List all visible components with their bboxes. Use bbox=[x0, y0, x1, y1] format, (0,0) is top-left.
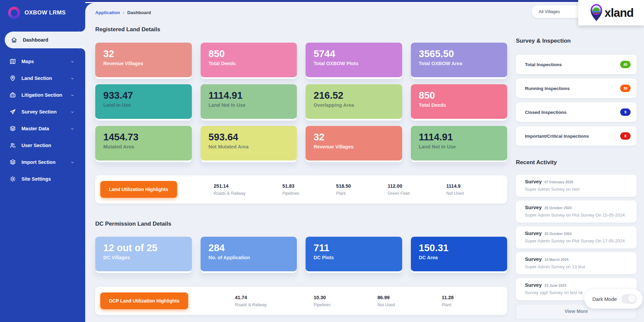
stat-label: Land Not In Use bbox=[419, 144, 499, 149]
inspection-item-closed[interactable]: Closed Inspections 9 bbox=[516, 102, 637, 122]
dark-mode-label: Dark Mode bbox=[592, 296, 617, 302]
village-filter-value: All Villages bbox=[539, 9, 560, 14]
stat-card-revenue-villages-2[interactable]: 32 Revenue Villages bbox=[306, 126, 402, 160]
sidebar-item-site-settings[interactable]: Site Settings bbox=[0, 171, 85, 187]
stat-label: Total Deeds bbox=[209, 61, 289, 66]
stat-value: 711 bbox=[314, 242, 394, 254]
sidebar-item-master-data[interactable]: Master Data bbox=[0, 121, 85, 136]
stat-label: Revenue Villages bbox=[314, 144, 394, 149]
activity-item[interactable]: Survey 07 February 2025 Super Admin Surv… bbox=[516, 175, 637, 197]
stat-value: 850 bbox=[209, 48, 289, 59]
util-stat-value: 41.74 bbox=[235, 295, 267, 300]
stat-card-revenue-villages[interactable]: 32 Revenue Villages bbox=[95, 43, 192, 77]
stat-card-land-not-in-use[interactable]: 1114.91 Land Not In Use bbox=[201, 84, 297, 119]
stat-card-land-in-use[interactable]: 933.47 Land In Use bbox=[95, 84, 192, 119]
stat-value: 1114.91 bbox=[209, 90, 289, 101]
stat-label: DC Villages bbox=[103, 255, 184, 260]
sidebar-item-maps[interactable]: Maps bbox=[0, 54, 85, 69]
stat-value: 284 bbox=[209, 242, 289, 254]
survey-inspection-title: Survey & Inspection bbox=[516, 38, 637, 44]
util-stat-roads-railway: 41.74 Roads & Railway bbox=[235, 295, 267, 307]
oxland-logo-text: xland bbox=[604, 6, 633, 19]
map-icon bbox=[9, 58, 16, 65]
activity-item[interactable]: Survey 25 October 2024 Super Admin Surve… bbox=[516, 200, 637, 223]
sidebar-item-label: User Section bbox=[21, 143, 51, 148]
stat-value: 12 out of 25 bbox=[103, 242, 184, 254]
layers-icon bbox=[9, 125, 16, 132]
chevron-down-icon bbox=[70, 93, 74, 98]
activity-item[interactable]: Survey 14 March 2024 Super Admin Survey … bbox=[516, 252, 637, 274]
activity-date: 25 October 2024 bbox=[544, 206, 572, 210]
util-stat-label: Pipelines bbox=[282, 191, 300, 196]
briefcase-icon bbox=[9, 91, 16, 99]
activity-type: Survey bbox=[525, 179, 542, 184]
inspection-label: Important/Critical Inspections bbox=[525, 134, 589, 139]
sidebar-item-dashboard[interactable]: Dashboard bbox=[5, 32, 85, 48]
stat-card-overlapping-area[interactable]: 216.52 Overlapping Area bbox=[306, 84, 402, 119]
dc-card-grid: 12 out of 25 DC Villages 284 No. of Appl… bbox=[95, 237, 507, 271]
util-stat-label: Roads & Railway bbox=[235, 303, 267, 307]
sidebar-item-label: Site Settings bbox=[21, 176, 51, 182]
stat-card-dc-plots[interactable]: 711 DC Plots bbox=[306, 237, 402, 271]
breadcrumb-application[interactable]: Application bbox=[95, 10, 120, 15]
util-stat-value: 518.50 bbox=[336, 183, 351, 189]
stat-card-mutated-area[interactable]: 1454.73 Mutated Area bbox=[95, 126, 192, 160]
stat-card-total-oxbow-plots[interactable]: 5744 Total OXBOW Plots bbox=[306, 43, 402, 77]
activity-item[interactable]: Survey 25 October 2024 Super Admin Surve… bbox=[516, 226, 637, 248]
stat-label: Total OXBOW Area bbox=[419, 61, 499, 66]
util-stat-pipelines: 51.83 Pipelines bbox=[282, 183, 300, 196]
inspection-item-critical[interactable]: Important/Critical Inspections 0 bbox=[516, 126, 637, 146]
land-utilization-bar: Land Utilization Highlights 251.14 Roads… bbox=[95, 175, 507, 203]
land-utilization-highlights-button[interactable]: Land Utilization Highlights bbox=[100, 181, 177, 198]
util-stat-value: 51.83 bbox=[282, 183, 300, 189]
sidebar-item-litigation-section[interactable]: Litigation Section bbox=[0, 87, 85, 103]
util-stat-value: 86.99 bbox=[377, 295, 395, 300]
stat-card-total-deeds-2[interactable]: 850 Total Deeds bbox=[411, 84, 507, 119]
oxland-logo: xland bbox=[578, 0, 644, 26]
inspection-item-running[interactable]: Running Inspections 36 bbox=[516, 79, 637, 98]
activity-desc: Super Admin Survey on Plot Survey On 15-… bbox=[525, 213, 631, 218]
sidebar-item-land-section[interactable]: Land Section bbox=[0, 71, 85, 86]
oxbow-logo-icon bbox=[8, 7, 20, 19]
stat-value: 3565.50 bbox=[419, 48, 499, 59]
activity-date: 14 March 2024 bbox=[544, 258, 569, 262]
dark-mode-toggle[interactable] bbox=[621, 294, 637, 304]
util-stat-label: Green Field bbox=[388, 191, 410, 196]
stat-card-not-mutated-area[interactable]: 593.64 Not Mutated Area bbox=[201, 126, 297, 160]
util-stat-label: Not Used bbox=[446, 191, 464, 196]
inspection-list: Total Inspections 45 Running Inspections… bbox=[516, 55, 637, 146]
stat-card-land-not-in-use-2[interactable]: 1114.91 Land Not In Use bbox=[411, 126, 507, 160]
util-stat-pipelines: 10.30 Pipelines bbox=[314, 295, 331, 307]
breadcrumb-separator: › bbox=[123, 10, 124, 15]
activity-list: Survey 07 February 2025 Super Admin Surv… bbox=[516, 175, 637, 300]
inspection-label: Running Inspections bbox=[525, 86, 570, 91]
dcp-land-utilization-highlights-button[interactable]: DCP Land Utilization Highlights bbox=[100, 292, 188, 309]
activity-desc: Super Admin Survey on rtert bbox=[525, 187, 631, 192]
chevron-down-icon bbox=[70, 110, 74, 115]
util-stat-roads-railway: 251.14 Roads & Railway bbox=[214, 183, 246, 196]
sidebar-item-import-section[interactable]: Import Section bbox=[0, 154, 85, 170]
stat-label: DC Plots bbox=[314, 255, 394, 260]
gear-icon bbox=[9, 175, 16, 183]
stat-value: 32 bbox=[103, 48, 184, 59]
inspection-item-total[interactable]: Total Inspections 45 bbox=[516, 55, 637, 74]
stat-card-dc-area[interactable]: 150.31 DC Area bbox=[411, 237, 507, 271]
stat-card-total-deeds[interactable]: 850 Total Deeds bbox=[201, 43, 297, 77]
activity-desc: Super Admin Survey on Plot Survey On 17-… bbox=[525, 238, 631, 243]
stat-value: 150.31 bbox=[419, 242, 499, 254]
stat-value: 32 bbox=[314, 132, 394, 143]
sidebar-item-survey-section[interactable]: Survey Section bbox=[0, 104, 85, 120]
sidebar-item-label: Maps bbox=[21, 59, 34, 64]
stat-card-dc-villages[interactable]: 12 out of 25 DC Villages bbox=[95, 237, 192, 271]
sidebar-item-user-section[interactable]: User Section bbox=[0, 138, 85, 153]
recent-activity-title: Recent Activity bbox=[516, 159, 637, 166]
count-badge: 0 bbox=[620, 132, 631, 140]
util-stat-green-field: 112.00 Green Field bbox=[388, 183, 410, 196]
sidebar-item-label: Litigation Section bbox=[21, 92, 62, 98]
stat-label: No. of Application bbox=[209, 255, 289, 260]
stat-card-no-of-application[interactable]: 284 No. of Application bbox=[201, 237, 297, 271]
chevron-down-icon bbox=[70, 76, 74, 82]
stat-card-total-oxbow-area[interactable]: 3565.50 Total OXBOW Area bbox=[411, 43, 507, 77]
dcp-utilization-stats: 41.74 Roads & Railway 10.30 Pipelines 86… bbox=[188, 295, 500, 307]
stat-label: Revenue Villages bbox=[103, 61, 184, 66]
